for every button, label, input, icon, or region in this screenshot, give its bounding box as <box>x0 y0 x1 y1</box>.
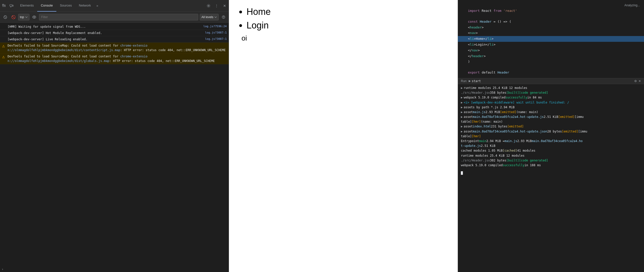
preview-nav: Home Login <box>239 5 448 32</box>
console-toolbar: 🚫 top All levels <box>0 12 229 23</box>
term-line-14: cached modules 1.05 MiB [cached] 41 modu… <box>461 148 641 153</box>
clear-console-btn[interactable] <box>2 14 9 20</box>
context-selector[interactable]: top <box>18 14 29 20</box>
sourcemap-link-2[interactable]: chrome-extension://olmmagdolfehlpjmbkmon… <box>8 55 147 63</box>
inspect-icon[interactable] <box>1 3 7 9</box>
code-line-const: const Header = () => ( <box>458 19 644 25</box>
devtools-panel: Elements Console Sources Network » ⋮ ✕ <box>0 0 229 272</box>
term-line-17: webpack 5.19.0 compiled successfully in … <box>461 163 641 168</box>
message-text: [webpack-dev-server] Hot Module Replacem… <box>8 31 203 35</box>
message-location[interactable]: log.js?7596:24 <box>203 24 227 29</box>
terminal-close-icon[interactable]: ✕ <box>638 79 641 83</box>
preview-extra-text: oi <box>242 34 448 42</box>
message-text: DevTools failed to load SourceMap: Could… <box>8 43 227 52</box>
filter-input[interactable] <box>39 14 198 20</box>
terminal-content: ▶ runtime modules 25.4 KiB 12 modules ./… <box>458 84 644 169</box>
svg-point-12 <box>34 17 35 18</box>
terminal-settings-icon[interactable]: ⚙ <box>634 79 637 83</box>
settings-filter-icon[interactable] <box>220 14 227 20</box>
terminal-actions: ⚙ ✕ <box>634 79 641 83</box>
term-line-16: ./src/Header.jsx 302 bytes [built] [code… <box>461 158 641 163</box>
devtools-icons <box>1 3 15 9</box>
run-label: Run: <box>461 79 467 83</box>
term-line-13: t-update.js 2.51 KiB <box>461 144 641 148</box>
eye-icon[interactable] <box>31 14 37 20</box>
code-editor: Analyzing... import React from 'react' c… <box>458 0 644 78</box>
more-options-icon[interactable]: ⋮ <box>214 3 220 9</box>
tab-network[interactable]: Network <box>75 0 95 12</box>
prompt-arrow: › <box>2 267 3 271</box>
svg-point-9 <box>208 5 209 6</box>
svg-rect-6 <box>12 5 13 6</box>
console-input[interactable] <box>5 267 227 271</box>
term-line-8: table] [hmr] (name: main) <box>461 119 641 124</box>
terminal-prompt <box>458 170 644 176</box>
code-line-li-login: <li>Login</li> <box>458 42 644 48</box>
term-line-4: ▶ <i> [webpack-dev-middleware] wait unti… <box>461 100 641 105</box>
chevron-down-icon <box>25 16 28 18</box>
tab-more[interactable]: » <box>94 0 100 12</box>
term-line-1: ▶ runtime modules 25.4 KiB 12 modules <box>461 86 641 90</box>
console-messages: [HMR] Waiting for update signal from WDS… <box>0 23 229 266</box>
close-icon[interactable]: ✕ <box>222 3 228 9</box>
code-line-1: import React from 'react' <box>458 8 644 14</box>
code-line-nav-close: </nav> <box>458 48 644 53</box>
terminal-cursor <box>461 171 463 175</box>
browser-preview: Home Login oi <box>229 0 458 272</box>
message-text: [webpack-dev-server] Live Reloading enab… <box>8 37 203 42</box>
term-line-7: ▶ asset main.0ad78af34cea05fca2a4.hot-up… <box>461 115 641 119</box>
tab-sources[interactable]: Sources <box>56 0 75 12</box>
term-line-9: ▶ asset index.html 231 bytes [emitted] <box>461 124 641 129</box>
browser-content: Home Login oi <box>229 0 458 272</box>
message-location[interactable]: log.js?3087:1 <box>205 37 227 41</box>
code-line-nav-open: <nav> <box>458 30 644 36</box>
term-line-12: Entrypoint main 2.94 MiB = main.js 2.93 … <box>461 139 641 144</box>
code-line-blank1 <box>458 14 644 19</box>
svg-line-11 <box>5 16 6 18</box>
console-message-warn2: ⚠ DevTools failed to load SourceMap: Cou… <box>0 53 229 64</box>
warning-icon: ⚠ <box>2 44 6 49</box>
term-line-2: ./src/Header.jsx 358 bytes [built] [code… <box>461 90 641 95</box>
settings-icon[interactable] <box>206 3 212 9</box>
term-line-11: table] [hmr] <box>461 134 641 139</box>
code-line-export: export default Header <box>458 70 644 76</box>
term-line-3: ▶ webpack 5.19.0 compiled successfully i… <box>461 95 641 100</box>
svg-rect-5 <box>10 5 12 6</box>
code-line-header-close: </header> <box>458 53 644 59</box>
code-line-close-paren: ) <box>458 59 644 65</box>
console-message-live-reload: [webpack-dev-server] Live Reloading enab… <box>0 36 229 43</box>
term-line-15: runtime modules 25.4 KiB 12 modules <box>461 153 641 158</box>
term-line-10: ▶ asset main.0ad78af34cea05fca2a4.hot-up… <box>461 129 641 134</box>
console-message-hmr-enabled: [webpack-dev-server] Hot Module Replacem… <box>0 30 229 36</box>
code-line-li-home: <li>Home</li> <box>458 36 644 42</box>
console-message-warn1: ⚠ DevTools failed to load SourceMap: Cou… <box>0 43 229 53</box>
message-text: [HMR] Waiting for update signal from WDS… <box>8 24 201 29</box>
nav-item-login: Login <box>247 19 448 32</box>
code-terminal-pane: Analyzing... import React from 'react' c… <box>458 0 644 272</box>
filter-toggle-btn[interactable]: 🚫 <box>10 14 17 20</box>
terminal-header: Run: ▶ start ⚙ ✕ <box>458 78 644 84</box>
code-line-blank2 <box>458 65 644 70</box>
message-text: DevTools failed to load SourceMap: Could… <box>8 54 227 63</box>
term-line-6: ▶ asset main.js 2.93 MiB [emitted] (name… <box>461 110 641 115</box>
sourcemap-link-1[interactable]: chrome-extension://olmmagdolfehlpjmbkmon… <box>8 44 147 52</box>
terminal-pane: Run: ▶ start ⚙ ✕ ▶ runtime modules 25.4 … <box>458 78 644 272</box>
console-message-hmr: [HMR] Waiting for update signal from WDS… <box>0 24 229 30</box>
devtools-actions: ⋮ ✕ <box>206 3 228 9</box>
devtools-tab-bar: Elements Console Sources Network » ⋮ ✕ <box>0 0 229 12</box>
nav-item-home: Home <box>247 5 448 19</box>
tab-console[interactable]: Console <box>37 0 56 12</box>
console-prompt: › <box>0 266 229 272</box>
run-icon: ▶ <box>469 79 471 83</box>
warning-icon: ⚠ <box>2 55 6 60</box>
term-line-5: ▶ assets by path *.js 2.94 MiB <box>461 105 641 110</box>
run-value: start <box>472 79 481 83</box>
chevron-down-icon <box>214 16 217 18</box>
svg-rect-0 <box>3 4 4 6</box>
message-location[interactable]: log.js?3087:1 <box>205 31 227 35</box>
code-line-header-open: <header> <box>458 25 644 30</box>
tab-elements[interactable]: Elements <box>17 0 37 12</box>
device-icon[interactable] <box>9 3 15 9</box>
analyzing-label: Analyzing... <box>458 3 644 8</box>
level-selector[interactable]: All levels <box>200 14 219 20</box>
